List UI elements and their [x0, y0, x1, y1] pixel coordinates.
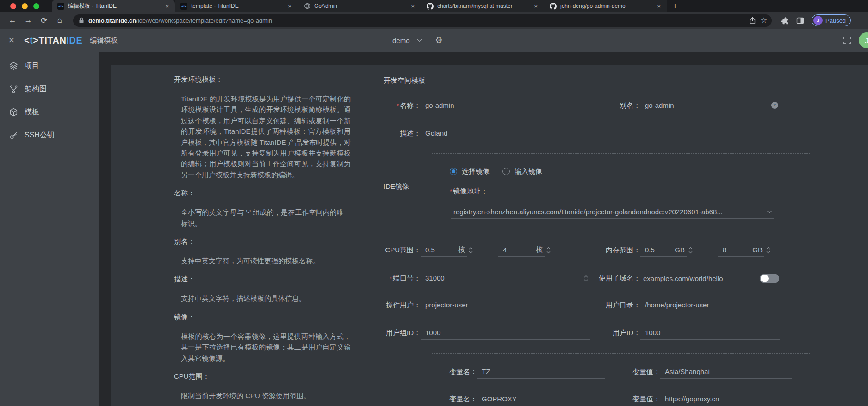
sidebar-item-architecture[interactable]: 架构图 [0, 77, 99, 100]
cube-icon [9, 108, 18, 117]
doc-body: 模板的核心为一个容器镜像，这里提供两种输入方式，其一是下拉选择已有模板的镜像；其… [181, 331, 351, 363]
github-icon [550, 3, 557, 10]
tab-close-icon[interactable]: × [409, 3, 416, 10]
sidebar-item-label: 模板 [25, 107, 39, 117]
close-editor-icon[interactable]: × [6, 34, 18, 46]
variable-name-label: 变量名： [447, 395, 477, 404]
browser-profile-button[interactable]: J Paused [812, 14, 851, 26]
browser-tab-goadmin[interactable]: GoAdmin × [298, 0, 421, 12]
extensions-puzzle-icon[interactable] [781, 17, 789, 25]
user-dir-input[interactable]: /home/projector-user [640, 298, 780, 312]
tab-close-icon[interactable]: × [656, 3, 662, 10]
port-input[interactable]: 31000 [421, 271, 590, 285]
side-panel-icon[interactable] [796, 17, 804, 25]
toolbar-right-cluster: J Paused [781, 14, 851, 26]
description-input[interactable]: Goland [421, 126, 859, 140]
radio-input-image-label: 输入镜像 [515, 167, 542, 176]
sidebar-item-templates[interactable]: 模板 [0, 100, 99, 124]
clear-input-icon[interactable]: × [771, 102, 778, 109]
user-id-input[interactable]: 1000 [640, 326, 780, 340]
doc-body: 支持中英文字符，为可读性更强的模板名称。 [181, 256, 351, 266]
cpu-range-label: CPU范围： [384, 246, 421, 255]
stepper-icon[interactable] [687, 244, 694, 256]
radio-select-image[interactable] [450, 168, 457, 175]
git-branch-icon [9, 85, 18, 94]
image-address-select[interactable]: registry.cn-shenzhen.aliyuncs.com/titani… [451, 206, 774, 219]
settings-gear-icon[interactable]: ⚙ [435, 36, 443, 44]
doc-heading: CPU范围： [174, 371, 351, 381]
titanide-favicon-icon: <t> [57, 3, 64, 10]
group-id-input[interactable]: 1000 [421, 326, 590, 340]
reload-icon[interactable]: ⟳ [36, 16, 52, 25]
fullscreen-icon[interactable] [843, 36, 851, 44]
minimize-window-button[interactable] [22, 3, 28, 9]
url-domain: demo.titanide.cn [88, 17, 136, 24]
bookmark-star-icon[interactable]: ☆ [761, 17, 767, 24]
subdomain-toggle[interactable] [760, 274, 779, 283]
close-window-button[interactable] [10, 3, 16, 9]
home-icon[interactable]: ⌂ [52, 16, 68, 25]
required-asterisk: * [390, 275, 392, 282]
address-bar[interactable]: demo.titanide.cn /ide/web/workspace/temp… [73, 14, 772, 27]
chevron-down-icon[interactable] [767, 210, 772, 214]
cpu-max-input[interactable]: 4核 [498, 243, 545, 257]
form-row-name-alias: *名称： go-admin 别名： go-admin × [384, 99, 859, 112]
tab-close-icon[interactable]: × [164, 3, 170, 10]
user-avatar[interactable]: J [859, 32, 868, 48]
titanide-logo: <t>TITANIDE [24, 35, 82, 46]
name-input[interactable]: go-admin [421, 99, 590, 112]
browser-tab-go-admin-demo[interactable]: john-deng/go-admin-demo × [544, 0, 667, 12]
app-header: × <t>TITANIDE 编辑模板 demo ⚙ J [0, 29, 868, 52]
group-id-label: 用户组ID： [384, 329, 421, 337]
form-title: 开发空间模板 [384, 75, 425, 86]
variable-value-label: 变量值： [619, 395, 660, 404]
tab-title: charts/bitnami/mysql at master [437, 3, 529, 9]
ide-image-group-label: IDE镜像 [384, 182, 409, 191]
memory-min-input[interactable]: 0.5GB [640, 243, 687, 257]
port-label: *端口号： [384, 274, 421, 283]
doc-body: 限制当前开发环境的 CPU 资源使用范围。 [181, 390, 351, 401]
share-icon[interactable] [749, 17, 756, 24]
name-label: *名称： [384, 101, 421, 110]
operator-input[interactable]: projector-user [421, 298, 590, 312]
required-asterisk: * [450, 188, 452, 195]
variable-row: 变量名： GOPROXY 变量值： https://goproxy.cn [447, 392, 794, 406]
sidebar-item-projects[interactable]: 项目 [0, 54, 99, 77]
tab-close-icon[interactable]: × [533, 3, 539, 10]
window-controls [0, 0, 52, 12]
browser-tab-charts-mysql[interactable]: charts/bitnami/mysql at master × [421, 0, 544, 12]
user-dir-label: 用户目录： [598, 301, 640, 310]
stepper-icon[interactable] [582, 272, 589, 284]
stepper-icon[interactable] [467, 244, 474, 256]
sidebar-item-ssh-keys[interactable]: SSH公钥 [0, 124, 99, 147]
browser-tab-template[interactable]: <t> template - TitanIDE × [175, 0, 298, 12]
chevron-down-icon[interactable] [416, 38, 422, 42]
memory-max-input[interactable]: 8GB [718, 243, 764, 257]
variable-value-input[interactable]: https://goproxy.cn [660, 392, 792, 406]
variables-group: 变量名： TZ 变量值： Asia/Shanghai 变量名： GOPROXY … [432, 353, 810, 406]
variable-value-input[interactable]: Asia/Shanghai [660, 365, 792, 379]
zoom-window-button[interactable] [33, 3, 39, 9]
tab-close-icon[interactable]: × [286, 3, 293, 10]
workspace-selector[interactable]: demo [392, 37, 410, 44]
form-row-operator-userdir: 操作用户： projector-user 用户目录： /home/project… [384, 298, 859, 312]
radio-input-image[interactable] [502, 168, 510, 175]
browser-tab-edit-template[interactable]: <t> 编辑模板 - TitanIDE × [52, 0, 175, 12]
template-docs-column: 开发环境模板： TitanIDE 的开发环境模板是为用户提供一个可定制化的环境模… [174, 74, 351, 406]
stepper-icon[interactable] [764, 244, 772, 256]
key-icon [9, 131, 18, 140]
variable-value-label: 变量值： [619, 368, 660, 376]
template-editor-panel: 开发环境模板： TitanIDE 的开发环境模板是为用户提供一个可定制化的环境模… [111, 65, 868, 406]
variable-name-input[interactable]: TZ [477, 365, 605, 379]
form-row-cpu-memory: CPU范围： 0.5核 4核 内存范围： 0.5GB [384, 243, 859, 257]
doc-body: 支持中英文字符，描述模板的具体信息。 [181, 293, 351, 304]
variable-name-input[interactable]: GOPROXY [477, 392, 605, 406]
sidebar: 项目 架构图 模板 SSH公钥 [0, 52, 99, 406]
lock-icon [79, 17, 84, 24]
cpu-min-input[interactable]: 0.5核 [421, 243, 467, 257]
alias-input[interactable]: go-admin × [640, 99, 780, 112]
stepper-icon[interactable] [545, 244, 552, 256]
new-tab-button[interactable]: + [667, 0, 683, 12]
back-icon[interactable]: ← [5, 16, 20, 25]
forward-icon[interactable]: → [20, 16, 36, 25]
